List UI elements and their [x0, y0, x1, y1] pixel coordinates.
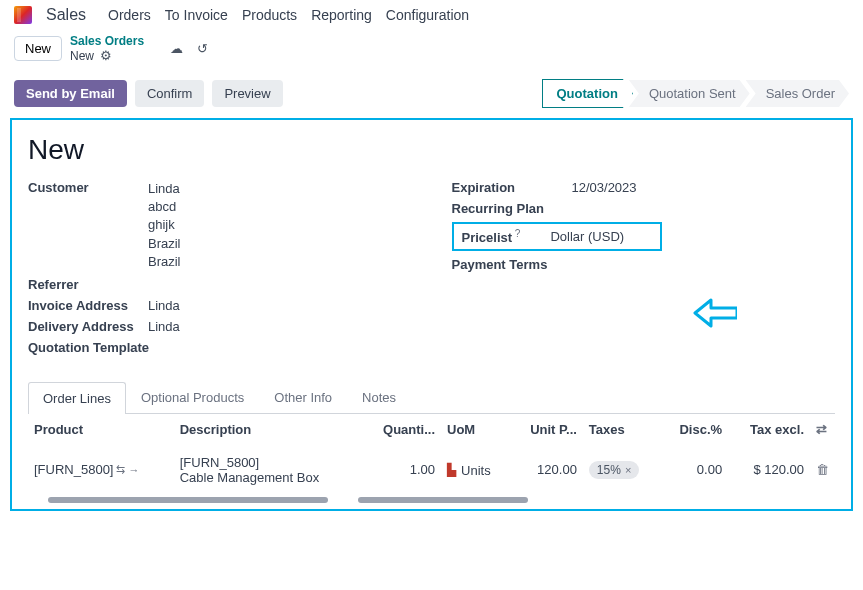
new-button[interactable]: New	[14, 36, 62, 61]
th-quantity[interactable]: Quanti...	[362, 414, 441, 445]
preview-button[interactable]: Preview	[212, 80, 282, 107]
pricelist-value[interactable]: Dollar (USD)	[550, 229, 624, 244]
stage-sales-order[interactable]: Sales Order	[746, 80, 849, 107]
invoice-address-label: Invoice Address	[28, 298, 148, 313]
send-email-button[interactable]: Send by Email	[14, 80, 127, 107]
columns-options-icon[interactable]: ⇄	[816, 422, 827, 437]
cell-quantity[interactable]: 1.00	[362, 445, 441, 495]
nav-to-invoice[interactable]: To Invoice	[165, 7, 228, 23]
recurring-plan-value[interactable]	[572, 201, 836, 216]
cell-description[interactable]: [FURN_5800] Cable Management Box	[174, 445, 362, 495]
th-product[interactable]: Product	[28, 414, 174, 445]
tax-tag[interactable]: 15% ×	[589, 461, 639, 479]
th-description[interactable]: Description	[174, 414, 362, 445]
tab-other-info[interactable]: Other Info	[259, 381, 347, 413]
nav-configuration[interactable]: Configuration	[386, 7, 469, 23]
page-title: New	[28, 134, 835, 166]
stage-quotation-sent[interactable]: Quotation Sent	[629, 80, 750, 107]
cloud-save-icon[interactable]: ☁	[170, 41, 183, 56]
discard-icon[interactable]: ↺	[197, 41, 208, 56]
delete-row-icon[interactable]: 🗑	[816, 462, 829, 477]
th-discount[interactable]: Disc.%	[660, 414, 728, 445]
th-uom[interactable]: UoM	[441, 414, 510, 445]
cell-unit-price[interactable]: 120.00	[510, 445, 583, 495]
horizontal-scrollbar[interactable]	[28, 497, 835, 503]
internal-link-icon[interactable]: ⇆	[116, 463, 125, 476]
delivery-address-label: Delivery Address	[28, 319, 148, 334]
annotation-arrow-icon	[693, 298, 737, 331]
breadcrumb-title[interactable]: Sales Orders	[70, 34, 144, 48]
status-bar: Quotation Quotation Sent Sales Order	[546, 79, 850, 108]
app-logo	[14, 6, 32, 24]
cell-uom[interactable]: ▙ Units	[447, 463, 491, 478]
pricelist-label: Pricelist	[462, 230, 513, 245]
cell-discount[interactable]: 0.00	[660, 445, 728, 495]
payment-terms-value[interactable]	[572, 257, 836, 272]
customer-label: Customer	[28, 180, 148, 271]
quotation-template-value[interactable]	[188, 340, 412, 355]
cell-tax-excl: $ 120.00	[728, 445, 810, 495]
remove-tag-icon[interactable]: ×	[625, 464, 631, 476]
pricelist-highlight: Pricelist ? Dollar (USD)	[452, 222, 662, 251]
cell-product-code[interactable]: [FURN_5800]	[34, 462, 113, 477]
recurring-plan-label: Recurring Plan	[452, 201, 572, 216]
tab-optional-products[interactable]: Optional Products	[126, 381, 259, 413]
customer-value[interactable]: Linda abcd ghijk Brazil Brazil	[148, 180, 412, 271]
external-link-icon[interactable]: →	[128, 464, 139, 476]
table-row[interactable]: [FURN_5800] ⇆ → [FURN_5800] Cable Manage…	[28, 445, 835, 495]
help-icon[interactable]: ?	[512, 228, 520, 239]
referrer-value[interactable]	[148, 277, 412, 292]
expiration-label: Expiration	[452, 180, 572, 195]
invoice-address-value[interactable]: Linda	[148, 298, 412, 313]
th-tax-excl[interactable]: Tax excl.	[728, 414, 810, 445]
breadcrumb-subtitle: New	[70, 49, 94, 63]
nav-products[interactable]: Products	[242, 7, 297, 23]
stage-quotation[interactable]: Quotation	[542, 79, 633, 108]
confirm-button[interactable]: Confirm	[135, 80, 205, 107]
expiration-value[interactable]: 12/03/2023	[572, 180, 836, 195]
tab-notes[interactable]: Notes	[347, 381, 411, 413]
tab-order-lines[interactable]: Order Lines	[28, 382, 126, 414]
nav-reporting[interactable]: Reporting	[311, 7, 372, 23]
chart-icon: ▙	[447, 463, 456, 477]
referrer-label: Referrer	[28, 277, 148, 292]
app-name[interactable]: Sales	[46, 6, 86, 24]
th-unit-price[interactable]: Unit P...	[510, 414, 583, 445]
nav-orders[interactable]: Orders	[108, 7, 151, 23]
quotation-template-label: Quotation Template	[28, 340, 188, 355]
delivery-address-value[interactable]: Linda	[148, 319, 412, 334]
payment-terms-label: Payment Terms	[452, 257, 572, 272]
th-taxes[interactable]: Taxes	[583, 414, 660, 445]
gear-icon[interactable]: ⚙	[100, 48, 112, 63]
